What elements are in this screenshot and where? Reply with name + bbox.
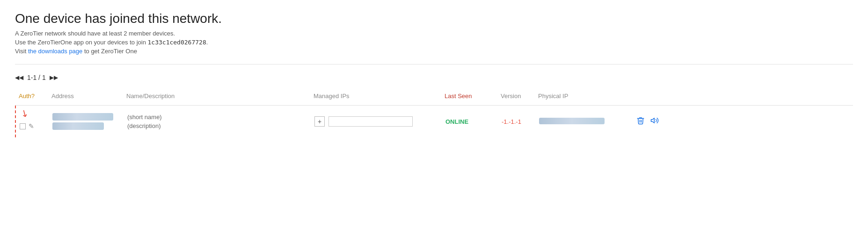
header-section: One device has joined this network. A Ze…: [15, 11, 853, 55]
address-cell: [49, 111, 124, 132]
edit-icon[interactable]: ✎: [29, 122, 34, 130]
pagination-label: 1-1 / 1: [27, 74, 46, 81]
address-line-1: [52, 113, 113, 121]
table-header: Auth? Address Name/Description Managed I…: [15, 91, 853, 106]
auth-cell: ↘ ✎: [16, 111, 49, 132]
col-header-actions: [628, 91, 853, 101]
subtitle-3-prefix: Visit: [15, 48, 28, 55]
subtitle-2: Use the ZeroTierOne app on your devices …: [15, 39, 853, 46]
network-id: 1c33c1ced0267728: [148, 39, 206, 46]
col-header-physical-ip: Physical IP: [534, 91, 628, 101]
downloads-link[interactable]: the downloads page: [28, 48, 82, 55]
managed-ips-cell: +: [311, 114, 442, 128]
version-value: -1.-1.-1: [502, 118, 521, 125]
table-row: ↘ ✎ (short name) (description) +: [15, 106, 853, 137]
table-section: Auth? Address Name/Description Managed I…: [15, 91, 853, 137]
delete-button[interactable]: [636, 116, 645, 127]
subtitle-1: A ZeroTier network should have at least …: [15, 30, 853, 37]
page-title: One device has joined this network.: [15, 11, 853, 26]
version-cell: -1.-1.-1: [498, 116, 535, 127]
last-seen-cell: ONLINE: [442, 116, 498, 127]
deauthorize-button[interactable]: [650, 116, 659, 127]
actions-cell: [629, 114, 853, 128]
description-placeholder: (description): [127, 122, 307, 129]
page-container: One device has joined this network. A Ze…: [0, 0, 868, 242]
subtitle-2-prefix: Use the ZeroTierOne app on your devices …: [15, 39, 148, 46]
col-header-name: Name/Description: [123, 91, 310, 101]
status-badge: ONLINE: [445, 118, 468, 125]
col-header-version: Version: [497, 91, 534, 101]
add-ip-button[interactable]: +: [314, 116, 325, 127]
subtitle-2-suffix: .: [206, 39, 208, 46]
ip-input[interactable]: [328, 116, 413, 127]
col-header-last-seen: Last Seen: [441, 91, 497, 101]
last-page-arrow[interactable]: ▶▶: [50, 74, 58, 81]
divider: [15, 64, 853, 64]
arrow-indicator: ↘: [18, 106, 31, 120]
short-name-placeholder: (short name): [127, 114, 307, 121]
pagination-row: ◀◀ 1-1 / 1 ▶▶: [15, 74, 853, 81]
col-header-address: Address: [48, 91, 123, 101]
address-line-2: [52, 122, 104, 130]
subtitle-3: Visit the downloads page to get ZeroTier…: [15, 48, 853, 55]
checkbox-area: ✎: [20, 122, 34, 130]
name-description-cell: (short name) (description): [124, 112, 311, 131]
first-page-arrow[interactable]: ◀◀: [15, 74, 23, 81]
svg-marker-0: [651, 118, 655, 123]
subtitle-3-suffix: to get ZeroTier One: [82, 48, 137, 55]
col-header-auth: Auth?: [15, 91, 48, 101]
col-header-managed-ips: Managed IPs: [310, 91, 441, 101]
auth-checkbox[interactable]: [20, 123, 26, 129]
physical-ip-value: [539, 118, 605, 124]
physical-ip-cell: [535, 116, 629, 128]
